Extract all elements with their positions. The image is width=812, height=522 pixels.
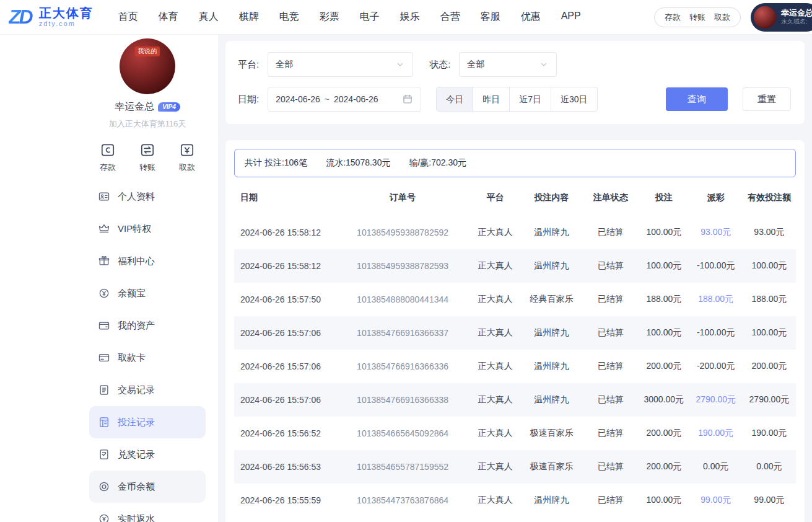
sidebar-item-rebate[interactable]: 实时返水	[89, 503, 206, 522]
profile-block: 我说的 幸运金总 VIP4 加入正大体育第116天	[89, 38, 206, 130]
sidebar-inner: 我说的 幸运金总 VIP4 加入正大体育第116天 存款转账取款 个人资料VIP…	[89, 38, 206, 522]
quick-action-label: 取款	[179, 162, 195, 173]
table-row: 2024-06-26 15:58:121013854959388782592正大…	[234, 216, 796, 249]
cell-valid: 93.00元	[743, 216, 796, 249]
sidebar-item-gold-balance[interactable]: 金币余额	[89, 471, 206, 503]
cell-date: 2024-06-26 15:56:53	[234, 450, 335, 484]
summary-item: 输/赢:702.30元	[409, 157, 466, 169]
nav-item-home[interactable]: 首页	[118, 11, 138, 24]
table-row: 2024-06-26 15:55:591013854473763876864正大…	[234, 484, 796, 517]
nav-item-service[interactable]: 客服	[481, 11, 500, 24]
cell-payout: 0.00元	[689, 450, 743, 484]
nav-item-entertainment[interactable]: 娱乐	[400, 11, 420, 24]
cell-status: 已结算	[582, 417, 639, 450]
brand-domain: zdty.com	[39, 20, 94, 27]
cell-valid: 188.00元	[743, 283, 796, 316]
nav-item-esports[interactable]: 电竞	[279, 11, 299, 24]
sidebar-item-transactions[interactable]: 交易记录	[89, 374, 206, 406]
brand-logo[interactable]: ZD 正大体育 zdty.com	[9, 6, 94, 29]
yuebao-icon	[98, 287, 110, 299]
cell-content: 温州牌九	[521, 316, 583, 350]
user-info[interactable]: 幸运金总 永久域名:	[751, 3, 812, 32]
sidebar-item-bets[interactable]: 投注记录	[89, 406, 206, 438]
range-yesterday[interactable]: 昨日	[473, 87, 509, 111]
sidebar-item-yuebao[interactable]: 余额宝	[89, 277, 206, 309]
sidebar-item-profile[interactable]: 个人资料	[89, 180, 206, 213]
nav-item-sports[interactable]: 体育	[159, 11, 178, 24]
status-select[interactable]: 全部	[459, 52, 557, 77]
main-nav: 首页体育真人棋牌电竞彩票电子娱乐合营客服优惠APP	[118, 11, 581, 24]
cell-status: 已结算	[582, 484, 639, 517]
sidebar-item-assets[interactable]: 我的资产	[89, 309, 206, 342]
range-today[interactable]: 今日	[437, 87, 473, 111]
filter-row-date: 日期: 2024-06-26 ~ 2024-06-26 今日昨日近7日近30日 …	[238, 87, 792, 112]
nav-item-app[interactable]: APP	[561, 11, 581, 24]
sidebar-menu: 个人资料VIP特权福利中心余额宝我的资产取款卡交易记录投注记录兑奖记录金币余额实…	[89, 180, 206, 522]
transactions-icon	[98, 384, 110, 396]
table-row: 2024-06-26 15:57:061013854766916366336正大…	[234, 350, 796, 383]
wallet-action-deposit[interactable]: 存款	[665, 12, 681, 23]
nav-item-chess[interactable]: 棋牌	[239, 11, 259, 24]
cell-date: 2024-06-26 15:57:50	[234, 283, 335, 316]
deposit-icon	[100, 142, 116, 158]
cell-content: 温州牌九	[521, 350, 583, 383]
cell-bet: 188.00元	[639, 283, 689, 316]
wallet-actions: 存款转账取款	[654, 7, 741, 27]
sidebar-item-label: 余额宝	[118, 288, 146, 299]
cell-platform: 正大真人	[470, 350, 521, 383]
nav-item-lottery[interactable]: 彩票	[320, 11, 339, 24]
table-row: 2024-06-26 15:57:061013854766916366337正大…	[234, 316, 796, 350]
date-range-input[interactable]: 2024-06-26 ~ 2024-06-26	[268, 87, 421, 112]
bets-icon	[98, 416, 110, 428]
range-last30d[interactable]: 近30日	[551, 87, 597, 111]
search-button[interactable]: 查询	[666, 87, 728, 111]
wallet-action-transfer[interactable]: 转账	[689, 12, 705, 23]
bet-table-body: 2024-06-26 15:58:121013854959388782592正大…	[234, 216, 796, 517]
sidebar-item-label: 实时返水	[118, 513, 155, 522]
redeem-icon	[98, 448, 110, 461]
platform-select[interactable]: 全部	[268, 52, 413, 77]
cell-platform: 正大真人	[470, 417, 521, 450]
chevron-down-icon	[395, 60, 405, 69]
cell-platform: 正大真人	[470, 383, 521, 417]
sidebar-item-welfare[interactable]: 福利中心	[89, 245, 206, 277]
sidebar-item-vip[interactable]: VIP特权	[89, 213, 206, 245]
cell-date: 2024-06-26 15:56:52	[234, 417, 335, 450]
wallet-action-withdraw[interactable]: 取款	[714, 12, 730, 23]
brand-text: 正大体育 zdty.com	[39, 6, 94, 27]
table-row: 2024-06-26 15:58:121013854959388782593正大…	[234, 249, 796, 283]
col-header-5: 投注	[639, 180, 689, 216]
quick-action-withdraw[interactable]: 取款	[172, 142, 202, 173]
sidebar-item-label: 我的资产	[118, 320, 155, 332]
nav-item-live[interactable]: 真人	[199, 11, 219, 24]
cell-bet: 100.00元	[639, 484, 689, 517]
table-card: 共计 投注:106笔流水:15078.30元输/赢:702.30元 日期订单号平…	[225, 140, 805, 522]
nav-item-promo[interactable]: 优惠	[521, 11, 541, 24]
bankcard-icon	[98, 352, 110, 364]
col-header-6: 派彩	[689, 180, 743, 216]
nav-item-slots[interactable]: 电子	[360, 11, 380, 24]
withdraw-icon	[179, 142, 195, 158]
reset-button[interactable]: 重置	[743, 87, 791, 111]
cell-content: 温州牌九	[521, 216, 583, 249]
profile-avatar[interactable]: 我说的	[120, 38, 175, 94]
cell-valid: 190.00元	[743, 417, 796, 450]
table-row: 2024-06-26 15:57:061013854766916366338正大…	[234, 383, 796, 417]
chevron-down-icon	[539, 60, 549, 69]
quick-action-label: 转账	[139, 162, 155, 173]
filter-row-selects: 平台: 全部 状态: 全部	[238, 52, 792, 77]
sidebar-item-redeem[interactable]: 兑奖记录	[89, 438, 206, 471]
cell-order-no: 1013854959388782593	[335, 249, 470, 283]
nav-item-joint[interactable]: 合营	[440, 11, 460, 24]
cell-payout: -100.00元	[689, 316, 743, 350]
cell-bet: 100.00元	[639, 249, 689, 283]
cell-content: 温州牌九	[521, 383, 583, 417]
cell-status: 已结算	[582, 249, 639, 283]
cell-content: 极速百家乐	[521, 450, 583, 484]
quick-action-deposit[interactable]: 存款	[93, 142, 123, 173]
sidebar-item-bankcard[interactable]: 取款卡	[89, 342, 206, 374]
topbar-right: 存款转账取款 幸运金总 永久域名:	[654, 3, 812, 32]
quick-action-transfer[interactable]: 转账	[133, 142, 162, 173]
cell-payout: 188.00元	[689, 283, 743, 316]
range-last7d[interactable]: 近7日	[509, 87, 551, 111]
